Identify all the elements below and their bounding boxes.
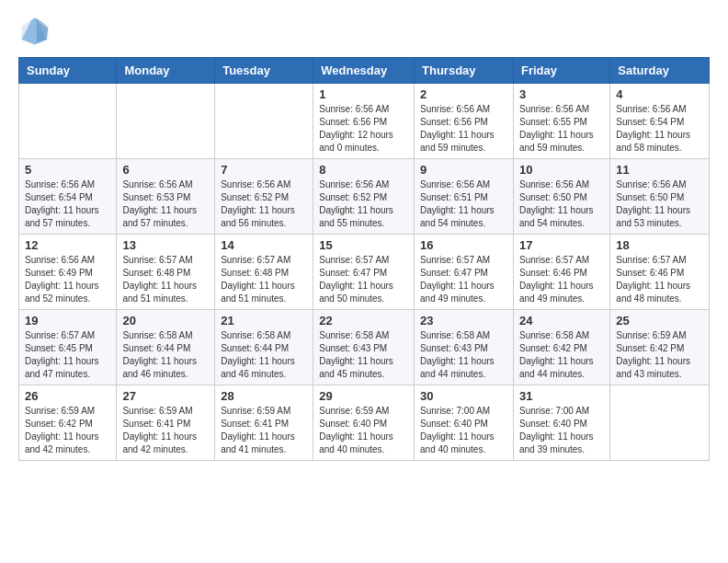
calendar-cell: 23Sunrise: 6:58 AMSunset: 6:43 PMDayligh…	[415, 310, 514, 385]
calendar-week-row: 19Sunrise: 6:57 AMSunset: 6:45 PMDayligh…	[19, 310, 710, 385]
day-info: Sunrise: 6:58 AMSunset: 6:44 PMDaylight:…	[221, 329, 307, 381]
day-number: 3	[519, 87, 604, 101]
day-number: 30	[420, 389, 507, 403]
page: SundayMondayTuesdayWednesdayThursdayFrid…	[0, 0, 728, 563]
calendar-cell	[19, 84, 117, 159]
day-info: Sunrise: 6:56 AMSunset: 6:54 PMDaylight:…	[25, 178, 110, 230]
day-number: 5	[25, 163, 110, 177]
calendar-day-header: Sunday	[19, 58, 117, 84]
calendar-header-row: SundayMondayTuesdayWednesdayThursdayFrid…	[19, 58, 710, 84]
day-number: 4	[616, 87, 703, 101]
day-info: Sunrise: 6:56 AMSunset: 6:53 PMDaylight:…	[122, 178, 209, 230]
calendar-cell: 16Sunrise: 6:57 AMSunset: 6:47 PMDayligh…	[415, 235, 514, 310]
calendar-cell	[117, 84, 215, 159]
day-number: 31	[519, 389, 604, 403]
calendar-cell: 29Sunrise: 6:59 AMSunset: 6:40 PMDayligh…	[313, 385, 415, 461]
calendar-cell: 2Sunrise: 6:56 AMSunset: 6:56 PMDaylight…	[415, 84, 514, 159]
day-info: Sunrise: 6:57 AMSunset: 6:48 PMDaylight:…	[221, 254, 307, 305]
calendar-cell: 4Sunrise: 6:56 AMSunset: 6:54 PMDaylight…	[610, 84, 710, 159]
calendar-day-header: Tuesday	[215, 58, 313, 84]
calendar-cell: 5Sunrise: 6:56 AMSunset: 6:54 PMDaylight…	[19, 159, 117, 235]
calendar-cell: 18Sunrise: 6:57 AMSunset: 6:46 PMDayligh…	[610, 235, 710, 310]
calendar-week-row: 26Sunrise: 6:59 AMSunset: 6:42 PMDayligh…	[19, 385, 710, 461]
calendar-cell: 8Sunrise: 6:56 AMSunset: 6:52 PMDaylight…	[313, 159, 415, 235]
day-number: 19	[25, 314, 110, 327]
calendar-day-header: Saturday	[610, 58, 710, 84]
day-number: 14	[221, 238, 307, 252]
calendar-cell: 17Sunrise: 6:57 AMSunset: 6:46 PMDayligh…	[513, 235, 609, 310]
calendar-cell: 20Sunrise: 6:58 AMSunset: 6:44 PMDayligh…	[117, 310, 215, 385]
day-info: Sunrise: 6:59 AMSunset: 6:42 PMDaylight:…	[616, 329, 703, 381]
day-info: Sunrise: 6:56 AMSunset: 6:49 PMDaylight:…	[25, 254, 110, 305]
header	[18, 15, 710, 48]
day-info: Sunrise: 6:59 AMSunset: 6:41 PMDaylight:…	[122, 405, 209, 456]
day-number: 12	[25, 238, 110, 252]
calendar-day-header: Wednesday	[313, 58, 415, 84]
calendar-day-header: Thursday	[415, 58, 514, 84]
day-number: 29	[319, 389, 408, 403]
day-info: Sunrise: 6:59 AMSunset: 6:40 PMDaylight:…	[319, 405, 408, 456]
day-info: Sunrise: 6:58 AMSunset: 6:43 PMDaylight:…	[319, 329, 408, 381]
day-number: 25	[616, 314, 703, 327]
calendar-table: SundayMondayTuesdayWednesdayThursdayFrid…	[18, 57, 710, 461]
day-info: Sunrise: 6:59 AMSunset: 6:41 PMDaylight:…	[221, 405, 307, 456]
day-number: 7	[221, 163, 307, 177]
day-number: 27	[122, 389, 209, 403]
day-number: 2	[420, 87, 507, 101]
day-number: 8	[319, 163, 408, 177]
day-info: Sunrise: 6:56 AMSunset: 6:50 PMDaylight:…	[519, 178, 604, 230]
logo-icon	[18, 15, 51, 48]
calendar-cell: 9Sunrise: 6:56 AMSunset: 6:51 PMDaylight…	[415, 159, 514, 235]
day-info: Sunrise: 7:00 AMSunset: 6:40 PMDaylight:…	[420, 405, 507, 456]
day-number: 21	[221, 314, 307, 327]
day-number: 24	[519, 314, 604, 327]
day-number: 11	[616, 163, 703, 177]
day-number: 15	[319, 238, 408, 252]
calendar-cell: 22Sunrise: 6:58 AMSunset: 6:43 PMDayligh…	[313, 310, 415, 385]
day-number: 13	[122, 238, 209, 252]
calendar-cell: 7Sunrise: 6:56 AMSunset: 6:52 PMDaylight…	[215, 159, 313, 235]
day-info: Sunrise: 6:57 AMSunset: 6:47 PMDaylight:…	[319, 254, 408, 305]
calendar-cell: 26Sunrise: 6:59 AMSunset: 6:42 PMDayligh…	[19, 385, 117, 461]
day-info: Sunrise: 6:59 AMSunset: 6:42 PMDaylight:…	[25, 405, 110, 456]
calendar-cell	[215, 84, 313, 159]
day-info: Sunrise: 6:56 AMSunset: 6:54 PMDaylight:…	[616, 103, 703, 155]
day-number: 26	[25, 389, 110, 403]
day-info: Sunrise: 6:56 AMSunset: 6:50 PMDaylight:…	[616, 178, 703, 230]
day-info: Sunrise: 6:57 AMSunset: 6:47 PMDaylight:…	[420, 254, 507, 305]
calendar-cell: 27Sunrise: 6:59 AMSunset: 6:41 PMDayligh…	[117, 385, 215, 461]
calendar-cell: 24Sunrise: 6:58 AMSunset: 6:42 PMDayligh…	[513, 310, 609, 385]
day-number: 6	[122, 163, 209, 177]
calendar-cell: 1Sunrise: 6:56 AMSunset: 6:56 PMDaylight…	[313, 84, 415, 159]
day-info: Sunrise: 6:58 AMSunset: 6:44 PMDaylight:…	[122, 329, 209, 381]
day-number: 16	[420, 238, 507, 252]
day-number: 20	[122, 314, 209, 327]
day-info: Sunrise: 6:56 AMSunset: 6:56 PMDaylight:…	[319, 103, 408, 155]
calendar-cell: 28Sunrise: 6:59 AMSunset: 6:41 PMDayligh…	[215, 385, 313, 461]
calendar-cell: 21Sunrise: 6:58 AMSunset: 6:44 PMDayligh…	[215, 310, 313, 385]
calendar-cell: 31Sunrise: 7:00 AMSunset: 6:40 PMDayligh…	[513, 385, 609, 461]
day-info: Sunrise: 6:56 AMSunset: 6:51 PMDaylight:…	[420, 178, 507, 230]
calendar-cell: 10Sunrise: 6:56 AMSunset: 6:50 PMDayligh…	[513, 159, 609, 235]
day-info: Sunrise: 6:57 AMSunset: 6:46 PMDaylight:…	[519, 254, 604, 305]
calendar-cell	[610, 385, 710, 461]
calendar-day-header: Friday	[513, 58, 609, 84]
day-info: Sunrise: 6:56 AMSunset: 6:55 PMDaylight:…	[519, 103, 604, 155]
calendar-cell: 3Sunrise: 6:56 AMSunset: 6:55 PMDaylight…	[513, 84, 609, 159]
day-number: 10	[519, 163, 604, 177]
calendar-week-row: 5Sunrise: 6:56 AMSunset: 6:54 PMDaylight…	[19, 159, 710, 235]
day-info: Sunrise: 6:56 AMSunset: 6:52 PMDaylight:…	[319, 178, 408, 230]
day-info: Sunrise: 6:57 AMSunset: 6:46 PMDaylight:…	[616, 254, 703, 305]
day-info: Sunrise: 6:56 AMSunset: 6:52 PMDaylight:…	[221, 178, 307, 230]
day-info: Sunrise: 7:00 AMSunset: 6:40 PMDaylight:…	[519, 405, 604, 456]
day-number: 23	[420, 314, 507, 327]
day-info: Sunrise: 6:58 AMSunset: 6:42 PMDaylight:…	[519, 329, 604, 381]
calendar-cell: 14Sunrise: 6:57 AMSunset: 6:48 PMDayligh…	[215, 235, 313, 310]
day-number: 22	[319, 314, 408, 327]
calendar-day-header: Monday	[117, 58, 215, 84]
day-number: 9	[420, 163, 507, 177]
calendar-cell: 12Sunrise: 6:56 AMSunset: 6:49 PMDayligh…	[19, 235, 117, 310]
calendar-week-row: 1Sunrise: 6:56 AMSunset: 6:56 PMDaylight…	[19, 84, 710, 159]
calendar-week-row: 12Sunrise: 6:56 AMSunset: 6:49 PMDayligh…	[19, 235, 710, 310]
calendar-cell: 6Sunrise: 6:56 AMSunset: 6:53 PMDaylight…	[117, 159, 215, 235]
